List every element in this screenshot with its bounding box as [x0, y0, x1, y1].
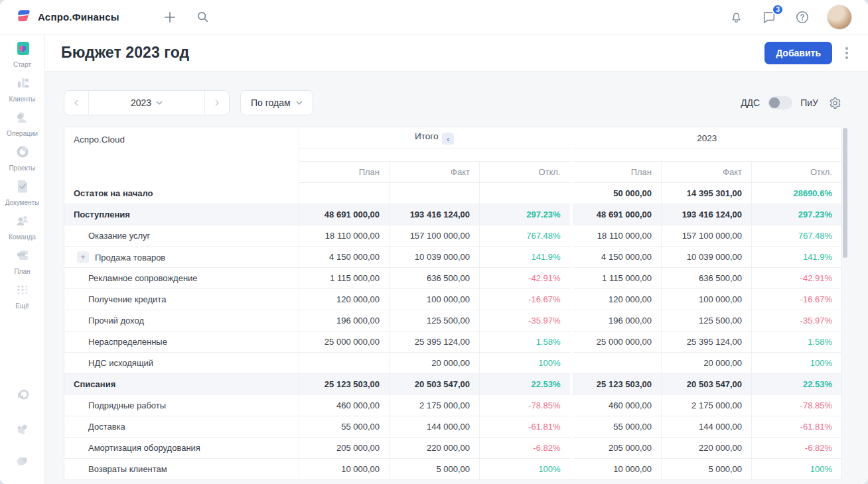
value-cell[interactable]: 220 000,00 — [390, 438, 480, 459]
sidebar-item-projects[interactable]: Проекты — [2, 143, 43, 172]
value-cell[interactable]: 25 000 000,00 — [299, 332, 390, 353]
value-cell[interactable]: 2 175 000,00 — [662, 395, 752, 416]
value-cell[interactable]: 636 500,00 — [662, 268, 752, 289]
value-cell[interactable]: 4 150 000,00 — [299, 247, 390, 268]
value-cell[interactable]: 10 039 000,00 — [662, 247, 752, 268]
value-cell[interactable]: 25 123 503,00 — [299, 374, 390, 395]
value-cell[interactable]: 193 416 124,00 — [662, 204, 752, 225]
row-label[interactable]: Доставка — [64, 416, 299, 438]
value-cell[interactable]: 20 503 547,00 — [390, 374, 480, 395]
value-cell[interactable]: 144 000,00 — [390, 416, 480, 438]
value-cell[interactable]: 50 000,00 — [573, 183, 662, 204]
value-cell[interactable]: 1 115 000,00 — [573, 268, 662, 289]
rocket-icon[interactable] — [13, 386, 33, 406]
value-cell[interactable]: 5 000,00 — [390, 459, 480, 480]
value-cell[interactable]: 20 000,00 — [390, 353, 480, 374]
value-cell[interactable]: 25 395 124,00 — [662, 332, 752, 353]
value-cell[interactable] — [573, 353, 662, 374]
row-label[interactable]: Оказание услуг — [64, 225, 299, 247]
sidebar-item-team[interactable]: Команда — [2, 212, 43, 241]
value-cell[interactable]: 636 500,00 — [390, 268, 480, 289]
value-cell[interactable] — [299, 183, 390, 204]
value-cell[interactable] — [299, 353, 390, 374]
value-cell[interactable]: 144 000,00 — [662, 416, 752, 438]
value-cell[interactable]: 220 000,00 — [662, 438, 752, 459]
table-settings-gear-icon[interactable] — [829, 97, 841, 109]
more-options-kebab-icon[interactable] — [843, 44, 851, 62]
row-label[interactable]: Возвраты клиентам — [64, 459, 299, 480]
value-cell[interactable]: 193 416 124,00 — [390, 204, 480, 225]
value-cell[interactable]: 120 000,00 — [573, 289, 662, 310]
value-cell[interactable]: 205 000,00 — [299, 438, 390, 459]
table-row: НДС исходящий20 000,00100%20 000,00100% — [64, 353, 842, 374]
next-year-chevron-icon[interactable] — [204, 91, 229, 115]
value-cell[interactable]: 55 000,00 — [299, 416, 390, 438]
value-cell[interactable]: 14 395 301,00 — [662, 183, 752, 204]
value-cell[interactable]: 4 150 000,00 — [573, 247, 662, 268]
value-cell[interactable]: 48 691 000,00 — [299, 204, 390, 225]
prev-year-chevron-icon[interactable] — [64, 91, 89, 115]
vertical-scrollbar-thumb[interactable] — [843, 128, 847, 258]
value-cell[interactable] — [390, 183, 480, 204]
value-cell[interactable]: 2 175 000,00 — [390, 395, 480, 416]
dds-piu-toggle[interactable] — [768, 96, 792, 109]
row-label[interactable]: Подрядные работы — [64, 395, 299, 416]
sidebar-item-clients[interactable]: Клиенты — [2, 74, 43, 103]
value-cell[interactable]: 18 110 000,00 — [299, 225, 390, 247]
row-label[interactable]: Амортизация оборудования — [64, 438, 299, 459]
value-cell[interactable]: 157 100 000,00 — [390, 225, 480, 247]
row-label[interactable]: Списания — [64, 374, 299, 395]
collapse-total-chevron-icon[interactable]: ‹ — [442, 133, 454, 145]
add-quick-button[interactable] — [162, 9, 178, 25]
search-icon[interactable] — [195, 9, 210, 25]
value-cell[interactable]: 55 000,00 — [573, 416, 662, 438]
year-select[interactable]: 2023 — [89, 91, 204, 115]
value-cell[interactable]: 1 115 000,00 — [299, 268, 390, 289]
expand-row-plus-icon[interactable]: + — [77, 251, 89, 263]
messages-chat-icon[interactable]: 3 — [760, 9, 778, 26]
value-cell[interactable]: 18 110 000,00 — [573, 225, 662, 247]
period-select[interactable]: По годам — [240, 90, 313, 115]
value-cell[interactable]: 5 000,00 — [662, 459, 752, 480]
value-cell[interactable]: 100 000,00 — [390, 289, 480, 310]
value-cell[interactable]: 100 000,00 — [662, 289, 752, 310]
support-chat-icon[interactable] — [13, 452, 33, 472]
value-cell[interactable]: 10 000,00 — [299, 459, 390, 480]
value-cell[interactable]: 20 503 547,00 — [662, 374, 752, 395]
sidebar-item-operations[interactable]: Операции — [2, 109, 43, 137]
row-label[interactable]: Остаток на начало — [64, 183, 299, 204]
value-cell[interactable]: 25 395 124,00 — [390, 332, 480, 353]
notifications-bell-icon[interactable] — [728, 9, 745, 25]
value-cell[interactable]: 25 000 000,00 — [573, 332, 662, 353]
row-label[interactable]: Нераспределенные — [64, 332, 299, 353]
row-label[interactable]: Рекламное сопровождение — [64, 268, 299, 289]
integrations-gear-icon[interactable] — [13, 419, 33, 439]
row-label[interactable]: Получение кредита — [64, 289, 299, 310]
user-avatar[interactable] — [827, 5, 852, 30]
value-cell[interactable]: 125 500,00 — [662, 310, 752, 332]
row-label[interactable]: НДС исходящий — [64, 353, 299, 374]
value-cell[interactable]: 48 691 000,00 — [573, 204, 662, 225]
row-label[interactable]: +Продажа товаров — [64, 247, 299, 268]
value-cell[interactable]: 25 123 503,00 — [573, 374, 662, 395]
value-cell[interactable]: 196 000,00 — [299, 310, 390, 332]
row-label[interactable]: Поступления — [64, 204, 299, 225]
sidebar-item-start[interactable]: Старт — [2, 40, 43, 68]
value-cell[interactable]: 125 500,00 — [390, 310, 480, 332]
value-cell[interactable]: 460 000,00 — [299, 395, 390, 416]
help-icon[interactable] — [794, 9, 811, 26]
value-cell[interactable]: 10 000,00 — [573, 459, 662, 480]
sidebar-item-plan[interactable]: План — [2, 247, 43, 275]
value-cell[interactable]: 120 000,00 — [299, 289, 390, 310]
value-cell[interactable]: 205 000,00 — [573, 438, 662, 459]
value-cell[interactable]: 10 039 000,00 — [390, 247, 480, 268]
row-label[interactable]: Прочий доход — [64, 310, 299, 332]
value-cell[interactable]: 157 100 000,00 — [662, 225, 752, 247]
value-cell[interactable]: 20 000,00 — [662, 353, 752, 374]
value-cell[interactable]: 460 000,00 — [573, 395, 662, 416]
entity-header: Аспро.Cloud — [64, 127, 299, 183]
value-cell[interactable]: 196 000,00 — [573, 310, 662, 332]
add-button[interactable]: Добавить — [764, 42, 832, 64]
sidebar-item-documents[interactable]: Документы — [2, 178, 43, 206]
sidebar-item-more[interactable]: Ещё — [2, 281, 43, 310]
